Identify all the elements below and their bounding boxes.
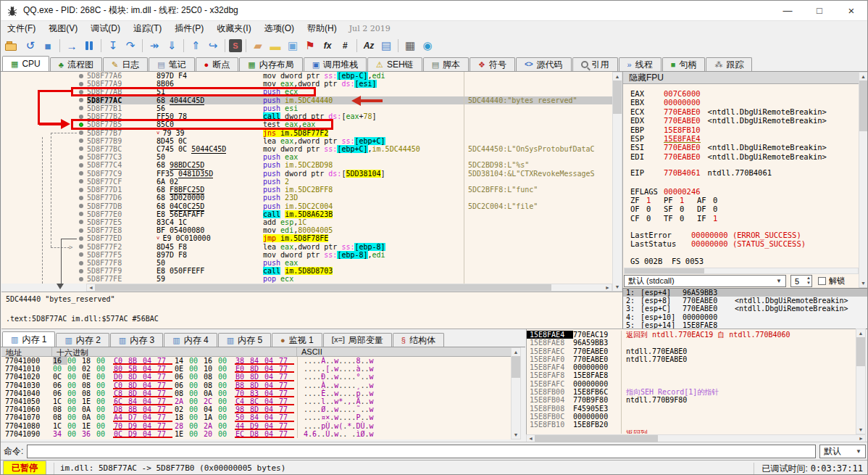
registers-vscrollbar[interactable]: ▲ ▼ [859,72,868,288]
disasm-row[interactable]: 5D8F77F9E8 050FFEFFcall im.5D8D8703 [1,267,612,275]
menu-item[interactable]: 插件(P) [168,21,210,36]
scroll-right-icon[interactable]: ► [857,435,865,442]
gutter-dot[interactable] [79,90,83,94]
strings-icon[interactable]: Az [361,38,377,54]
register-row[interactable]: ZF1PF1AF0 [630,196,859,205]
disasm-row[interactable]: 5D8F77B585C0test eax,eax [1,120,612,128]
tab-graph[interactable]: ♣流程图 [50,57,102,71]
register-row[interactable]: ESP15E8FAE4 [630,134,859,143]
gutter-dot[interactable] [79,196,83,200]
disasm-row[interactable]: 5D8F77D168 F8BFC25Dpush im.5DC2BFF85DC2B… [1,186,612,194]
gutter-dot[interactable] [79,98,83,102]
disasm-row[interactable]: 5D8F77BCC745 0C 5044C45Dmov dword ptr ss… [1,145,612,153]
stack-row[interactable]: 15E8FAE896A59BB3 [527,339,856,347]
disasm-row[interactable]: 5D8F77C9FF35 0481D35Dpush dword ptr ds:[… [1,170,612,178]
disasm-row[interactable]: 5D8F77B2FF50 78call dword ptr ds:[eax+78… [1,112,612,120]
register-row[interactable]: ESI770EABE0<ntdll.DbgUiRemoteBreakin> [630,143,859,152]
scroll-up-icon[interactable]: ▲ [856,329,865,337]
command-input[interactable] [27,445,816,458]
dump-row[interactable]: 7704101000000200805B04770E001000E08D0477… [1,365,511,373]
register-row[interactable]: LastError00000000 (ERROR_SUCCESS) [630,231,859,239]
gutter-dot[interactable] [79,269,83,273]
bottom-tab-watch1[interactable]: ●监视 1 [272,333,322,347]
tab-script[interactable]: ▤脚本 [423,57,469,71]
minimize-button[interactable]: — [772,1,804,21]
stack-row[interactable]: 15E8FAEC770EABE0ntdll.770EABE0 [527,347,856,355]
dump-row[interactable]: 770410200C000E00D08D047706000800B08D0477… [1,373,511,381]
disasm-row[interactable]: 5D8F77DB68 04C0C25Dpush im.5DC2C0045DC2C… [1,202,612,210]
run-to-user-code-icon[interactable]: ↪ [205,38,221,54]
gutter-dot[interactable] [79,244,83,249]
gutter-dot[interactable] [79,106,83,110]
register-row[interactable]: EBX00000000 [630,98,859,107]
bottom-tab-dump1[interactable]: ▥内存 1 [2,331,55,347]
stack-row[interactable]: 15E8FAFC00000000 [527,380,856,388]
disasm-row[interactable]: 5D8F77A98B06mov eax,dword ptr ds:[esi] [1,80,612,88]
bottom-tab-dump4[interactable]: ▥内存 4 [164,333,217,347]
register-row[interactable]: EBP15E8FB10 [630,125,859,134]
function-icon[interactable]: fx [320,38,335,54]
gutter-dot[interactable] [79,252,83,257]
unlock-checkbox[interactable] [818,277,826,285]
tab-seh[interactable]: ⚠SEH链 [367,57,422,71]
dump-row[interactable]: 7704103006000800C08D047706000800B88D0477… [1,381,511,389]
patches-icon[interactable]: ▰ [250,38,266,54]
close-window-button[interactable]: × [835,1,867,21]
tab-trace[interactable]: ⁂跟踪 [706,57,752,71]
tab-cpu[interactable]: ▦CPU [2,56,49,71]
modules-icon[interactable]: ▤ [378,38,394,54]
disasm-row[interactable]: 5D8F77E8BF 05400080mov edi,80004005 [1,226,612,234]
gutter-dot[interactable] [79,82,83,86]
register-row[interactable]: GS 002B FS 0053 [630,257,859,265]
maximize-button[interactable]: □ [804,1,835,21]
dump-row[interactable]: 77041090340036000CD904771E002000ECD80477… [1,430,511,438]
disasm-row[interactable]: 5D8F77E0E8 56EAFAFFcall im.5D8A623B [1,210,612,218]
gutter-dot[interactable] [79,236,83,241]
disasm-row[interactable]: 5D8F77AC68 4044C45Dpush im.5DC444405DC44… [1,96,612,104]
disasm-row[interactable]: 5D8F77D668 3D020000push 23D [1,194,612,202]
run-to-selection-icon[interactable]: ↠ [146,38,162,54]
dump-row[interactable]: 770410801C001E0070D9047728002A0044D90477… [1,422,511,430]
pause-icon[interactable] [81,38,97,54]
gutter-dot[interactable] [79,139,83,143]
close-icon[interactable]: ■ [40,38,56,54]
gutter-dot[interactable] [79,155,83,160]
command-script-select[interactable]: 默认▼ [819,445,866,458]
bottom-tab-dump3[interactable]: ▥内存 3 [110,333,163,347]
gutter-dot[interactable] [79,212,83,216]
breakpoint-dot[interactable] [79,123,83,127]
hash-icon[interactable]: # [337,38,353,54]
tab-notes[interactable]: ▤笔记 [149,57,194,71]
disasm-row[interactable]: 5D8F77B156push esi [1,104,612,112]
gutter-dot[interactable] [79,163,83,168]
execute-till-return-icon[interactable]: ⇓ [164,38,180,54]
stack-arg-row[interactable]: 2:[esp+8]770EABE0<ntdll.DbgUiRemoteBreak… [623,297,867,305]
disasm-hscrollbar[interactable]: ◄ ► [86,284,612,292]
gutter-dot[interactable] [79,171,83,175]
step-out-icon[interactable]: ⇑ [188,38,204,54]
scroll-down-icon[interactable]: ▼ [856,426,865,434]
stack-arg-row[interactable]: 3:[esp+C]770EABE0<ntdll.DbgUiRemoteBreak… [623,305,867,313]
stack-row[interactable]: 15E8FB04770B9F80ntdll.770B9F80 [527,396,856,404]
disasm-row[interactable]: 5D8F77CF6A 02push 2 [1,178,612,186]
calculator-icon[interactable]: ▦ [402,38,418,54]
comment-icon[interactable]: ▬ [267,38,283,54]
gutter-dot[interactable] [79,146,83,151]
register-row[interactable]: EDX770EABE0<ntdll.DbgUiRemoteBreakin> [630,116,859,125]
disasm-row[interactable]: 5D8F77FE59pop ecx [1,275,612,283]
step-into-icon[interactable]: ↧ [105,38,121,54]
dump-row[interactable]: 770410501C001E006C8404772A002C00C48C0477… [1,397,511,405]
run-icon[interactable]: → [64,38,80,54]
scroll-left-icon[interactable]: ◄ [527,435,535,442]
register-row[interactable]: CF0TF0IF1 [630,214,859,223]
arg-count-stepper[interactable]: 5▲▼ [790,275,812,287]
disasm-row[interactable]: 5D8F77B98D45 0Clea eax,dword ptr ss:[ebp… [1,137,612,145]
scroll-down-icon[interactable]: ▼ [613,283,622,291]
dump-vscrollbar[interactable]: ▲ ▼ [511,347,521,439]
skip-icon[interactable]: S [229,39,242,52]
dump-row[interactable]: 7704106008000A00D88B047702000400988D0477… [1,405,511,413]
register-row[interactable]: LastStatus00000000 (STATUS_SUCCESS) [630,239,859,248]
disasm-vscrollbar[interactable]: ▲ ▼ [612,72,622,292]
disasm-row[interactable]: 5D8F77EDv E9 0C010000jmp im.5D8F78FE [1,234,612,242]
menu-item[interactable]: 视图(V) [42,21,84,36]
